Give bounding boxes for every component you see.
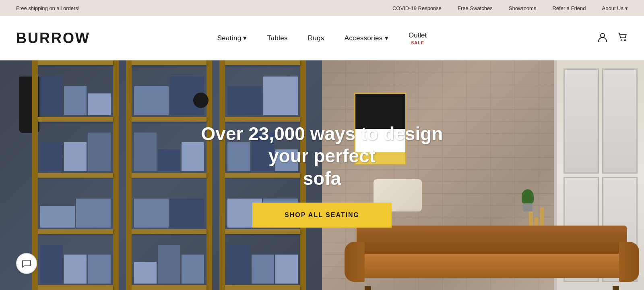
hero-content: Over 23,000 ways to design your perfect …	[0, 60, 644, 290]
about-us-link[interactable]: About Us ▾	[602, 5, 628, 11]
accessories-label: Accessories	[345, 34, 383, 42]
nav-item-tables[interactable]: Tables	[267, 34, 288, 42]
hero-title-line2: sofa	[303, 168, 341, 189]
announcement-bar: Free shipping on all orders! COVID-19 Re…	[0, 0, 644, 16]
accessories-chevron-icon: ▾	[385, 34, 388, 42]
nav-item-accessories[interactable]: Accessories ▾	[345, 34, 388, 42]
tables-label: Tables	[267, 34, 288, 42]
rugs-label: Rugs	[308, 34, 324, 42]
refer-friend-link[interactable]: Refer a Friend	[552, 5, 586, 11]
main-navigation: BURROW Seating ▾ Tables Rugs Accessories…	[0, 16, 644, 60]
nav-links: Seating ▾ Tables Rugs Accessories ▾ Outl…	[217, 31, 427, 45]
nav-icons	[597, 32, 628, 45]
sale-badge: SALE	[411, 40, 424, 45]
shop-all-seating-button[interactable]: SHOP ALL SEATING	[252, 203, 392, 228]
burrow-logo[interactable]: BURROW	[16, 30, 90, 47]
covid-response-link[interactable]: COVID-19 Response	[392, 5, 442, 11]
svg-point-1	[621, 39, 622, 41]
chat-icon	[22, 259, 31, 268]
showrooms-link[interactable]: Showrooms	[509, 5, 537, 11]
account-icon[interactable]	[597, 32, 608, 45]
nav-item-seating[interactable]: Seating ▾	[217, 34, 247, 42]
nav-item-rugs[interactable]: Rugs	[308, 34, 324, 42]
outlet-label: Outlet	[409, 31, 427, 39]
chat-button[interactable]	[16, 253, 37, 274]
cart-icon[interactable]	[617, 32, 628, 45]
seating-label: Seating	[217, 34, 242, 42]
chevron-down-icon: ▾	[625, 5, 628, 11]
hero-section: Over 23,000 ways to design your perfect …	[0, 60, 644, 290]
svg-point-2	[625, 39, 626, 41]
about-us-label: About Us	[602, 5, 623, 11]
free-swatches-link[interactable]: Free Swatches	[458, 5, 493, 11]
seating-chevron-icon: ▾	[243, 34, 247, 42]
free-shipping-text: Free shipping on all orders!	[16, 5, 80, 11]
hero-title-line1: Over 23,000 ways to design your perfect	[201, 123, 443, 166]
svg-point-0	[601, 33, 605, 37]
hero-title: Over 23,000 ways to design your perfect …	[181, 123, 463, 190]
nav-item-outlet[interactable]: Outlet SALE	[409, 31, 427, 45]
announcement-right-links: COVID-19 Response Free Swatches Showroom…	[392, 5, 628, 11]
